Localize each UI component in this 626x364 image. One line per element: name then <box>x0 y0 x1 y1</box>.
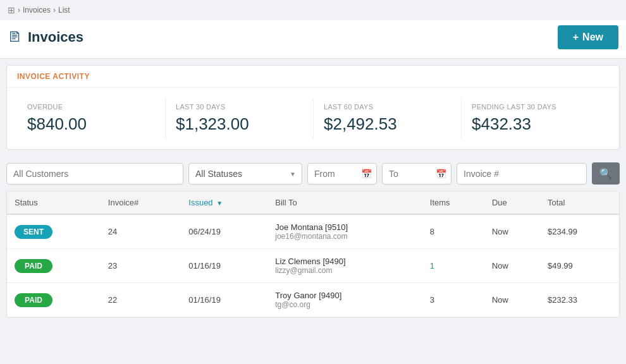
stat-pending-value: $432.33 <box>472 114 599 134</box>
col-issued[interactable]: Issued ▼ <box>181 191 267 214</box>
col-items: Items <box>422 191 484 214</box>
table-row[interactable]: PAID 22 01/16/19 Troy Ganor [9490] tg@co… <box>7 283 619 317</box>
col-status: Status <box>7 191 101 214</box>
items-count: 3 <box>430 295 434 305</box>
breadcrumb-sep2: › <box>53 6 56 15</box>
breadcrumb-list: List <box>58 6 70 15</box>
status-badge: PAID <box>15 259 52 273</box>
cell-items[interactable]: 1 <box>422 249 484 283</box>
stat-pending: PENDING LAST 30 DAYS $432.33 <box>461 98 609 139</box>
items-link[interactable]: 1 <box>430 261 434 270</box>
stat-last60-label: LAST 60 DAYS <box>324 103 451 111</box>
filters-row: All Statuses ▼ 📅 📅 🔍 <box>0 156 626 191</box>
page-header: 🖹 Invoices + New <box>0 20 626 59</box>
invoices-table-container: Status Invoice# Issued ▼ Bill To Items D… <box>6 191 620 318</box>
stat-overdue-label: OVERDUE <box>27 103 155 111</box>
stat-pending-label: PENDING LAST 30 DAYS <box>472 103 599 111</box>
cell-issued: 01/16/19 <box>181 249 267 283</box>
invoice-number-input[interactable] <box>457 163 587 185</box>
cell-bill-to: Joe Montana [9510] joe16@montana.com <box>267 214 422 249</box>
cell-due: Now <box>484 283 540 317</box>
page-title: Invoices <box>28 29 83 46</box>
bill-to-email: lizzy@gmail.com <box>275 266 415 275</box>
items-count: 8 <box>430 227 434 236</box>
stat-last30-value: $1,323.00 <box>176 114 303 134</box>
plus-icon: + <box>573 32 579 43</box>
cell-invoice-num: 23 <box>101 249 181 283</box>
stat-last60-value: $2,492.53 <box>324 114 451 134</box>
activity-header: INVOICE ACTIVITY <box>7 66 619 88</box>
stat-last30: LAST 30 DAYS $1,323.00 <box>165 98 313 139</box>
cell-due: Now <box>484 214 540 249</box>
bill-to-name: Liz Clemens [9490] <box>275 257 415 266</box>
cell-issued: 06/24/19 <box>181 214 267 249</box>
col-due: Due <box>484 191 540 214</box>
cell-status: PAID <box>7 283 101 317</box>
status-filter[interactable]: All Statuses <box>188 163 302 185</box>
cell-issued: 01/16/19 <box>181 283 267 317</box>
table-row[interactable]: SENT 24 06/24/19 Joe Montana [9510] joe1… <box>7 214 619 249</box>
cell-status: PAID <box>7 249 101 283</box>
col-total: Total <box>540 191 619 214</box>
cell-bill-to: Troy Ganor [9490] tg@co.org <box>267 283 422 317</box>
cell-total: $234.99 <box>540 214 619 249</box>
activity-section: INVOICE ACTIVITY OVERDUE $840.00 LAST 30… <box>6 65 620 150</box>
bill-to-email: joe16@montana.com <box>275 232 415 241</box>
stat-overdue-value: $840.00 <box>27 114 155 134</box>
stat-last60: LAST 60 DAYS $2,492.53 <box>313 98 461 139</box>
activity-stats: OVERDUE $840.00 LAST 30 DAYS $1,323.00 L… <box>7 88 619 149</box>
title-area: 🖹 Invoices <box>8 29 83 46</box>
status-badge: SENT <box>15 225 52 239</box>
cell-status: SENT <box>7 214 101 249</box>
bill-to-email: tg@co.org <box>275 300 415 309</box>
bill-to-name: Joe Montana [9510] <box>275 222 415 232</box>
cell-items: 8 <box>422 214 484 249</box>
cell-total: $49.99 <box>540 249 619 283</box>
customers-filter[interactable] <box>6 163 183 185</box>
invoice-icon: 🖹 <box>8 29 21 46</box>
bill-to-name: Troy Ganor [9490] <box>275 291 415 300</box>
to-date-input[interactable] <box>382 163 451 185</box>
sort-arrow-icon: ▼ <box>216 200 223 207</box>
home-icon: ⊞ <box>8 5 15 15</box>
search-button[interactable]: 🔍 <box>592 162 620 185</box>
search-icon: 🔍 <box>599 168 612 179</box>
col-invoice-num: Invoice# <box>101 191 181 214</box>
cell-bill-to: Liz Clemens [9490] lizzy@gmail.com <box>267 249 422 283</box>
status-filter-wrapper: All Statuses ▼ <box>188 163 302 185</box>
cell-items: 3 <box>422 283 484 317</box>
new-button-label: New <box>582 32 603 43</box>
breadcrumb: ⊞ › Invoices › List <box>0 0 626 20</box>
stat-overdue: OVERDUE $840.00 <box>17 98 165 139</box>
cell-total: $232.33 <box>540 283 619 317</box>
status-badge: PAID <box>15 293 52 307</box>
table-row[interactable]: PAID 23 01/16/19 Liz Clemens [9490] lizz… <box>7 249 619 283</box>
breadcrumb-sep: › <box>18 6 20 15</box>
new-button[interactable]: + New <box>558 25 618 49</box>
to-date-wrap: 📅 <box>382 163 451 185</box>
breadcrumb-invoices[interactable]: Invoices <box>23 6 51 15</box>
col-bill-to: Bill To <box>267 191 422 214</box>
cell-due: Now <box>484 249 540 283</box>
invoices-table: Status Invoice# Issued ▼ Bill To Items D… <box>7 191 619 317</box>
cell-invoice-num: 24 <box>101 214 181 249</box>
table-header-row: Status Invoice# Issued ▼ Bill To Items D… <box>7 191 619 214</box>
cell-invoice-num: 22 <box>101 283 181 317</box>
stat-last30-label: LAST 30 DAYS <box>176 103 303 111</box>
from-date-wrap: 📅 <box>307 163 377 185</box>
from-date-input[interactable] <box>307 163 377 185</box>
